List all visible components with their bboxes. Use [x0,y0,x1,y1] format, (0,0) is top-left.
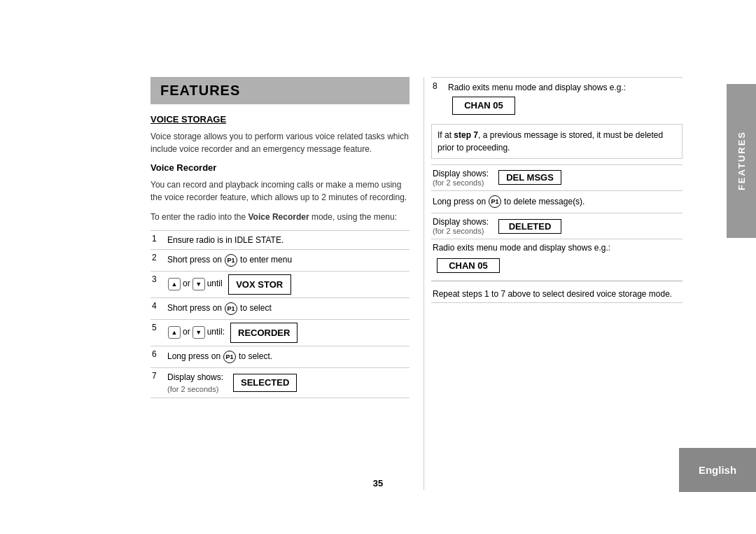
step8-text: Radio exits menu mode and display shows … [448,81,626,94]
step-content-6: Long press on P1 to select. [166,346,410,367]
deleted-for-seconds: (for 2 seconds) [433,227,489,235]
step6-text-post: to select. [239,349,272,365]
divider [431,281,682,281]
del-msgs-display-shows: Display shows: [433,169,489,178]
step7-display-shows: Display shows: [167,371,223,384]
p1-button-icon-4: P1 [225,302,237,315]
step3-until: until [207,276,223,292]
voice-recorder-body2: To enter the radio into the Voice Record… [150,211,410,223]
del-msgs-inner: Display shows: (for 2 seconds) DEL MSGS [433,169,681,187]
step-content-2: Short press on P1 to enter menu [166,250,410,272]
step6-content: Long press on P1 to select. [167,349,407,365]
warning-pre: If at [438,130,454,140]
step4-content: Short press on P1 to select [167,301,407,316]
chan05-display-1: CHAN 05 [452,97,515,115]
step7-for-seconds: (for 2 seconds) [167,384,223,395]
step-num-6: 6 [150,346,166,367]
table-row: 3 ▲ or ▼ until VOX STOR [150,271,410,297]
step-content-7: Display shows: (for 2 seconds) SELECTED [166,367,410,398]
rc-row-long-press: Long press on P1 to delete message(s). [431,190,682,213]
long-press-post: to delete message(s). [504,195,584,210]
table-row: 2 Short press on P1 to enter menu [150,250,410,272]
deleted-display-shows: Display shows: [433,217,489,227]
chan05-inner: Radio exits menu mode and display shows … [433,243,681,273]
long-press-pre: Long press on [433,195,486,210]
step-num-7: 7 [150,367,166,398]
voice-storage-heading: VOICE STORAGE [150,114,410,125]
long-press-content: Long press on P1 to delete message(s). [433,195,681,210]
voice-storage-body: Voice storage allows you to perform vari… [150,130,410,155]
step-num-5: 5 [150,319,166,346]
rc-row-repeat: Repeat steps 1 to 7 above to select desi… [431,286,682,303]
arrow-up-icon-5: ▲ [168,326,181,339]
repeat-text: Repeat steps 1 to 7 above to select desi… [433,289,672,299]
arrow-down-icon-5: ▼ [192,326,205,339]
step-content-3: ▲ or ▼ until VOX STOR [166,271,410,297]
table-row: 1 Ensure radio is in IDLE STATE. [150,231,410,250]
body3-suffix: mode, using the menu: [309,212,397,222]
recorder-display: RECORDER [230,323,298,343]
step8-text-block: Radio exits menu mode and display shows … [448,81,681,115]
right-column: 8 Radio exits menu mode and display show… [424,77,682,490]
step7-inner: Display shows: (for 2 seconds) SELECTED [167,371,407,395]
vox-stor-display: VOX STOR [228,274,291,295]
step2-text-post: to enter menu [240,253,292,268]
deleted-inner: Display shows: (for 2 seconds) DELETED [433,217,681,235]
step-num-4: 4 [150,297,166,319]
step2-text-pre: Short press on [167,253,222,268]
step3-or: or [183,276,190,292]
table-row: 6 Long press on P1 to select. [150,346,410,367]
rc-row-deleted: Display shows: (for 2 seconds) DELETED [431,213,682,239]
left-column: FEATURES VOICE STORAGE Voice storage all… [150,77,424,490]
features-header: FEATURES [150,77,410,104]
table-row: 7 Display shows: (for 2 seconds) SELECTE… [150,367,410,398]
step8-content: Radio exits menu mode and display shows … [448,81,681,115]
del-msgs-display: DEL MSGS [498,170,561,185]
voice-recorder-heading: Voice Recorder [150,162,410,173]
step8-inner: 8 Radio exits menu mode and display show… [433,81,681,115]
table-row: 5 ▲ or ▼ until: RECORDER [150,319,410,346]
features-title: FEATURES [160,83,240,98]
del-msgs-label: Display shows: (for 2 seconds) [433,169,489,187]
body3-prefix: To enter the radio into the [150,212,248,222]
deleted-display: DELETED [498,219,561,234]
step5-or: or [183,325,190,340]
step-content-4: Short press on P1 to select [166,297,410,319]
step5-content: ▲ or ▼ until: RECORDER [167,323,407,343]
deleted-label: Display shows: (for 2 seconds) [433,217,489,235]
warning-step7: step 7 [454,130,478,140]
step4-text-post: to select [240,301,272,316]
arrow-up-icon: ▲ [168,278,181,290]
step7-label: Display shows: (for 2 seconds) [167,371,223,395]
features-tab-label: FEATURES [736,131,747,190]
step3-content: ▲ or ▼ until VOX STOR [167,274,407,295]
chan05-display-2: CHAN 05 [437,258,500,273]
step-content-1: Ensure radio is in IDLE STATE. [166,231,410,250]
chan05-text: Radio exits menu mode and display shows … [433,243,610,253]
rc-row-chan05: Radio exits menu mode and display shows … [431,239,682,276]
page-container: FEATURES English 35 FEATURES VOICE STORA… [0,0,756,534]
body3-bold: Voice Recorder [248,212,309,222]
voice-recorder-body1: You can record and playback incoming cal… [150,178,410,204]
step-num-1: 1 [150,231,166,250]
step-num-2: 2 [150,250,166,272]
rc-row-step8: 8 Radio exits menu mode and display show… [431,77,682,118]
features-side-tab: FEATURES [727,84,756,238]
arrow-down-icon: ▼ [192,278,205,290]
step-num-8: 8 [433,81,444,91]
selected-display: SELECTED [233,374,297,392]
steps-table: 1 Ensure radio is in IDLE STATE. 2 Short… [150,230,410,398]
p1-button-icon: P1 [225,254,237,267]
p1-button-icon-6: P1 [223,351,236,363]
step6-text-pre: Long press on [167,349,220,365]
step2-content: Short press on P1 to enter menu [167,253,407,268]
step5-until: until: [207,325,225,340]
main-content: FEATURES VOICE STORAGE Voice storage all… [150,77,724,490]
rc-row-del-msgs: Display shows: (for 2 seconds) DEL MSGS [431,164,682,190]
del-msgs-for-seconds: (for 2 seconds) [433,178,489,187]
step4-text-pre: Short press on [167,301,222,316]
table-row: 4 Short press on P1 to select [150,297,410,319]
step-num-3: 3 [150,271,166,297]
warning-box: If at step 7, a previous message is stor… [431,124,682,159]
p1-button-icon-del: P1 [489,195,501,208]
